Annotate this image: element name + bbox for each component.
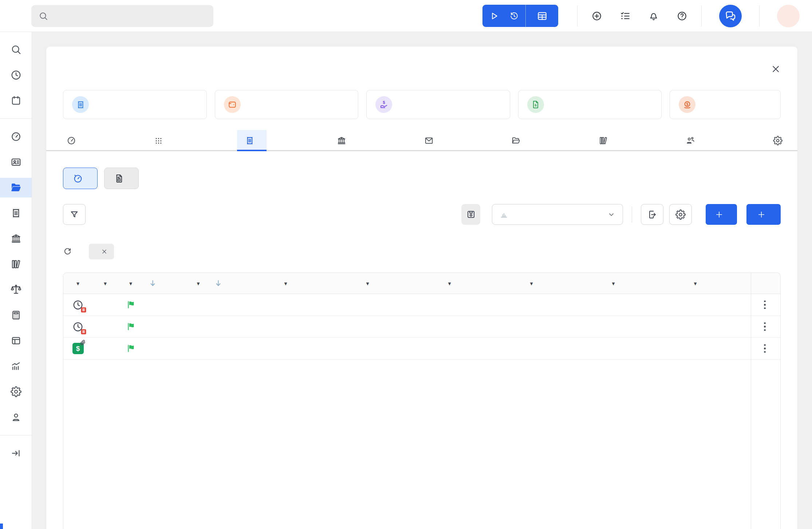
- column-header-date[interactable]: [209, 279, 296, 287]
- timecard-type-icon: [72, 321, 84, 333]
- add-timecard-button[interactable]: [706, 204, 737, 225]
- sidebar-collapse-button[interactable]: [0, 443, 32, 463]
- tab-documents[interactable]: [595, 130, 616, 150]
- column-header-index[interactable]: [143, 279, 209, 287]
- search-icon: [11, 44, 21, 55]
- column-menu-caret[interactable]: [366, 281, 369, 286]
- filter-chip-status-unbilled[interactable]: [89, 244, 114, 259]
- sidebar-item-calendar[interactable]: [0, 91, 32, 110]
- column-menu-caret[interactable]: [612, 281, 615, 286]
- play-icon[interactable]: [489, 11, 499, 21]
- layout-panel-icon: [11, 335, 21, 346]
- sidebar-item-billing[interactable]: [0, 203, 32, 223]
- column-menu-caret[interactable]: [448, 281, 451, 286]
- bank-icon: [337, 136, 346, 145]
- timer-history-icon[interactable]: [509, 11, 519, 21]
- column-menu-caret[interactable]: [129, 281, 132, 286]
- column-menu-caret[interactable]: [197, 281, 200, 286]
- view-selector-dropdown[interactable]: [492, 204, 623, 225]
- divider: [759, 5, 760, 27]
- close-icon: [771, 64, 781, 74]
- column-header-timekeeper[interactable]: [296, 281, 378, 286]
- tab-settings[interactable]: [769, 130, 790, 150]
- flag-icon[interactable]: [126, 344, 136, 353]
- quick-add-button[interactable]: [583, 0, 611, 32]
- table-row[interactable]: [63, 316, 780, 338]
- sidebar-item-matters[interactable]: [0, 178, 32, 197]
- contact-card-icon: [11, 157, 21, 168]
- tasks-button[interactable]: [611, 0, 639, 32]
- receipt-icon: [11, 208, 21, 219]
- tab-billing[interactable]: [237, 130, 267, 150]
- column-header-type[interactable]: [63, 281, 92, 286]
- user-avatar[interactable]: [777, 5, 800, 27]
- table-row[interactable]: [63, 294, 780, 316]
- column-menu-caret[interactable]: [284, 281, 287, 286]
- row-menu-button[interactable]: [762, 320, 768, 333]
- row-menu-button[interactable]: [762, 342, 768, 355]
- sidebar-item-search[interactable]: [0, 40, 32, 59]
- flag-icon[interactable]: [126, 322, 136, 332]
- column-menu-caret[interactable]: [104, 281, 106, 286]
- rate-grid-badge-icon: [81, 307, 86, 313]
- table-row[interactable]: $: [63, 338, 780, 360]
- invoice-icon: [114, 173, 124, 184]
- sort-desc-icon[interactable]: [149, 279, 157, 287]
- receipt-icon: [245, 136, 255, 145]
- column-header-description[interactable]: [624, 281, 706, 286]
- sidebar-item-courts[interactable]: [0, 280, 32, 299]
- tab-matter-management[interactable]: [508, 130, 528, 150]
- sidebar-item-dashboard[interactable]: [0, 127, 32, 146]
- tab-custom-fields[interactable]: [150, 130, 171, 150]
- table-settings-button[interactable]: [669, 204, 692, 225]
- divider: [0, 118, 32, 119]
- subtab-invoice[interactable]: [104, 168, 139, 189]
- refresh-filters-button[interactable]: [63, 247, 72, 256]
- row-menu-button[interactable]: [762, 298, 768, 311]
- column-menu-caret[interactable]: [694, 281, 697, 286]
- sidebar-item-accounting[interactable]: [0, 305, 32, 325]
- sidebar-item-reports[interactable]: [0, 356, 32, 376]
- global-search[interactable]: [31, 5, 213, 27]
- sidebar-item-profile[interactable]: [0, 407, 32, 427]
- tab-banking[interactable]: [333, 130, 354, 150]
- sidebar-item-settings[interactable]: [0, 382, 32, 401]
- column-header-status[interactable]: [92, 281, 118, 286]
- timer-grid-button[interactable]: [525, 5, 558, 27]
- column-menu-caret[interactable]: [530, 281, 533, 286]
- sidebar-item-contacts[interactable]: [0, 152, 32, 172]
- subtab-time-expense[interactable]: [63, 168, 98, 189]
- applied-filters-row: [63, 244, 781, 259]
- column-header-task-exp-code[interactable]: [460, 281, 542, 286]
- chat-icon: [724, 10, 737, 22]
- matter-card: $: [46, 47, 797, 529]
- sidebar-item-library[interactable]: [0, 254, 32, 274]
- close-button[interactable]: [771, 64, 781, 74]
- chat-button[interactable]: [719, 5, 742, 27]
- add-expense-button[interactable]: [746, 204, 781, 225]
- sidebar-item-time[interactable]: [0, 65, 32, 85]
- sidebar-item-workspace[interactable]: [0, 331, 32, 350]
- notifications-button[interactable]: [639, 0, 668, 32]
- filter-button[interactable]: [63, 204, 86, 225]
- export-button[interactable]: [641, 204, 663, 225]
- timer-widget[interactable]: [482, 5, 558, 27]
- column-header-activity-code[interactable]: [542, 281, 624, 286]
- sort-desc-icon[interactable]: [214, 279, 222, 287]
- tab-summary[interactable]: [63, 130, 84, 150]
- search-input[interactable]: [54, 12, 206, 20]
- column-menu-caret[interactable]: [76, 281, 79, 286]
- tab-communication[interactable]: [421, 130, 441, 150]
- help-button[interactable]: [668, 0, 696, 32]
- save-view-button[interactable]: [461, 204, 480, 225]
- column-header-task-expense[interactable]: [378, 281, 460, 286]
- tab-relations[interactable]: [682, 130, 703, 150]
- remove-filter-button[interactable]: [101, 248, 107, 255]
- stat-client-fund-trust: [518, 90, 662, 119]
- column-header-flag[interactable]: [118, 281, 143, 286]
- plus-circle-icon: [591, 11, 602, 21]
- coin-icon: [682, 100, 692, 110]
- matter-tabs: [46, 130, 797, 151]
- sidebar-item-banking[interactable]: [0, 229, 32, 248]
- flag-icon[interactable]: [126, 300, 136, 310]
